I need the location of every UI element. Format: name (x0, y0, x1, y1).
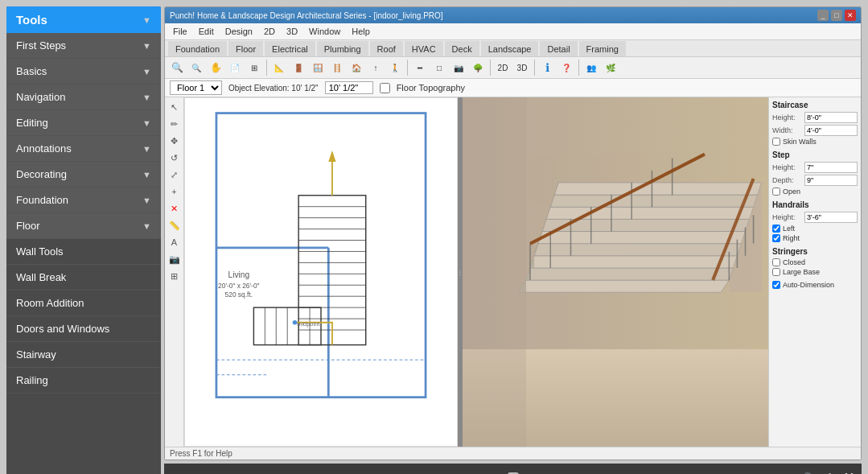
tab-plumbing[interactable]: Plumbing (317, 41, 368, 56)
tab-floor[interactable]: Floor (228, 41, 263, 56)
svg-marker-38 (546, 207, 753, 219)
tab-electrical[interactable]: Electrical (265, 41, 315, 56)
play-button[interactable]: ▶ (172, 470, 188, 474)
handrails-height-input[interactable] (804, 212, 858, 223)
stairs-icon[interactable]: 🪜 (328, 59, 346, 76)
height-input[interactable] (804, 112, 858, 123)
sidebar-item-label: Annotations (16, 142, 72, 155)
floor-select[interactable]: Floor 1 (170, 80, 222, 95)
help-icon[interactable]: ❓ (557, 59, 575, 76)
person-icon[interactable]: 🚶 (386, 59, 404, 76)
sidebar-item-room-addition[interactable]: Room Addition (6, 291, 161, 316)
menu-2d[interactable]: 2D (259, 25, 280, 38)
tab-detail[interactable]: Detail (540, 41, 577, 56)
room-icon[interactable]: 🏠 (348, 59, 365, 76)
tab-hvac[interactable]: HVAC (405, 41, 443, 56)
step-height-row: Height: (772, 162, 858, 173)
sidebar-item-floor[interactable]: Floor ▼ (6, 213, 161, 239)
sidebar-item-editing[interactable]: Editing ▼ (6, 110, 161, 136)
view-2d-icon[interactable]: 2D (494, 59, 512, 76)
tab-roof[interactable]: Roof (370, 41, 403, 56)
sidebar-item-navigation[interactable]: Navigation ▼ (6, 84, 161, 110)
width-label: Width: (772, 126, 803, 134)
sidebar-item-label: Navigation (16, 91, 65, 103)
zoom-out-icon[interactable]: 🔍 (187, 59, 205, 76)
draw-tool-icon[interactable]: + (167, 183, 183, 200)
sidebar-tools-header[interactable]: Tools ▼ (6, 6, 161, 33)
canvas-area[interactable]: Living 20'-0" x 26'-0" 520 sq.ft. midpoi… (184, 97, 458, 447)
menu-help[interactable]: Help (347, 25, 375, 38)
sidebar-item-basics[interactable]: Basics ▼ (6, 59, 161, 84)
tab-landscape[interactable]: Landscape (481, 41, 539, 56)
svg-marker-35 (534, 244, 741, 256)
object-elevation-input[interactable] (325, 81, 373, 94)
tab-framing[interactable]: Framing (579, 41, 626, 56)
landscape-icon[interactable]: 🌿 (602, 59, 619, 76)
floor-topography-checkbox[interactable] (380, 83, 390, 93)
move-tool-icon[interactable]: ✥ (167, 133, 183, 149)
grid-icon[interactable]: ⊞ (245, 59, 263, 76)
document-icon[interactable]: 📄 (226, 59, 244, 76)
sidebar-item-label: Railing (16, 374, 48, 386)
select-tool-icon[interactable]: ↖ (167, 99, 183, 115)
measure-tool-icon[interactable]: 📏 (167, 217, 183, 233)
tabs-bar: Foundation Floor Electrical Plumbing Roo… (165, 40, 861, 57)
tab-foundation[interactable]: Foundation (168, 41, 227, 56)
maximize-button[interactable]: □ (831, 10, 842, 21)
minimize-button[interactable]: _ (817, 10, 829, 21)
chevron-down-icon: ▼ (142, 15, 151, 25)
right-checkbox[interactable] (772, 234, 780, 242)
arrow-icon[interactable]: ↑ (367, 59, 385, 76)
menu-3d[interactable]: 3D (282, 25, 302, 38)
menu-edit[interactable]: Edit (194, 25, 219, 38)
sidebar-item-wall-tools[interactable]: Wall Tools (6, 239, 161, 265)
width-input[interactable] (804, 125, 858, 136)
sidebar-item-doors-windows[interactable]: Doors and Windows (6, 316, 161, 342)
sidebar-item-railing[interactable]: Railing (6, 368, 161, 394)
auto-dimension-checkbox[interactable] (772, 281, 780, 289)
open-checkbox[interactable] (772, 188, 780, 196)
sidebar-item-foundation[interactable]: Foundation ▼ (6, 188, 161, 213)
pan-icon[interactable]: ✋ (207, 59, 224, 76)
camera2-tool-icon[interactable]: 📷 (167, 251, 183, 267)
sidebar-item-wall-break[interactable]: Wall Break (6, 265, 161, 291)
pipe-icon[interactable]: ━ (411, 59, 429, 76)
3d-stair-view (463, 97, 768, 447)
people-icon[interactable]: 👥 (582, 59, 600, 76)
zoom-in-icon[interactable]: 🔍 (168, 59, 186, 76)
sidebar-item-annotations[interactable]: Annotations ▼ (6, 136, 161, 162)
chevron-icon: ▼ (142, 93, 151, 102)
door-icon[interactable]: 🚪 (290, 59, 307, 76)
view-3d-icon[interactable]: 3D (513, 59, 531, 76)
camera-icon[interactable]: 📷 (450, 59, 467, 76)
left-checkbox[interactable] (772, 225, 780, 233)
closed-checkbox[interactable] (772, 258, 780, 266)
menu-window[interactable]: Window (304, 25, 345, 38)
menu-design[interactable]: Design (220, 25, 257, 38)
sidebar-item-first-steps[interactable]: First Steps ▼ (6, 33, 161, 59)
draw-wall-icon[interactable]: 📐 (270, 59, 288, 76)
info-icon[interactable]: ℹ (538, 59, 556, 76)
skin-walls-checkbox[interactable] (772, 138, 780, 146)
step-depth-input[interactable] (804, 175, 858, 186)
step-height-input[interactable] (804, 162, 858, 173)
sidebar-item-stairway[interactable]: Stairway (6, 342, 161, 368)
window-icon[interactable]: 🪟 (309, 59, 327, 76)
edit-tool-icon[interactable]: ✏ (167, 116, 183, 132)
scale-tool-icon[interactable]: ⤢ (167, 167, 183, 183)
menu-file[interactable]: File (168, 25, 192, 38)
tree-icon[interactable]: 🌳 (469, 59, 487, 76)
tab-deck[interactable]: Deck (445, 41, 479, 56)
open-row: Open (772, 188, 858, 196)
auto-dimension-label: Auto-Dimension (783, 281, 834, 289)
sidebar-item-decorating[interactable]: Decorating ▼ (6, 162, 161, 188)
large-base-checkbox[interactable] (772, 268, 780, 276)
video-bar: ▶ 1:17 2:11 🔊 ⛶ (164, 464, 862, 474)
rotate-tool-icon[interactable]: ↺ (167, 150, 183, 166)
text-tool-icon[interactable]: A (167, 234, 183, 250)
box-icon[interactable]: □ (430, 59, 448, 76)
close-button[interactable]: ✕ (845, 10, 856, 21)
delete-tool-icon[interactable]: ✕ (167, 200, 183, 216)
grid2-tool-icon[interactable]: ⊞ (167, 268, 183, 284)
closed-row: Closed (772, 258, 858, 266)
